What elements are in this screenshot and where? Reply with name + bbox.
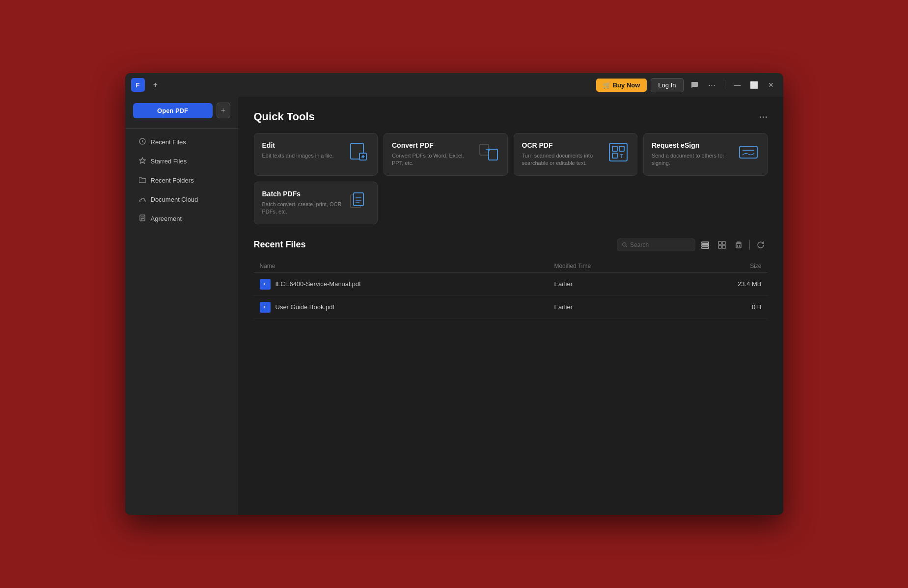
recent-files-header: Recent Files — [254, 238, 768, 252]
app-window: F + 🛒 Buy Now Log In ⋯ — ⬜ ✕ — [125, 73, 783, 515]
svg-rect-28 — [722, 241, 725, 244]
recent-files-title: Recent Files — [254, 240, 306, 250]
search-wrapper[interactable] — [617, 239, 695, 251]
new-tab-button[interactable]: + — [150, 79, 162, 91]
sidebar-item-label: Agreement — [151, 215, 182, 222]
esign-tool-icon — [738, 141, 759, 163]
svg-rect-11 — [612, 146, 617, 151]
sidebar-item-recent-files[interactable]: Recent Files — [129, 133, 234, 151]
ocr-tool-title: OCR PDF — [522, 141, 602, 149]
col-modified-time: Modified Time — [548, 260, 674, 273]
svg-rect-25 — [702, 244, 709, 246]
svg-rect-12 — [619, 146, 624, 151]
quick-tools-more-button[interactable]: ⋯ — [759, 111, 768, 122]
refresh-button[interactable] — [754, 238, 768, 252]
sidebar-item-starred-files[interactable]: Starred Files — [129, 152, 234, 170]
recent-files-icon — [139, 138, 146, 146]
minimize-button[interactable]: — — [731, 79, 744, 91]
table-row[interactable]: F User Guide Book.pdf Earlier 0 B — [254, 295, 768, 319]
svg-rect-24 — [702, 242, 709, 243]
separator — [725, 80, 725, 90]
pdf-file-icon: F — [260, 302, 271, 313]
esign-tool-desc: Send a document to others for signing. — [652, 152, 732, 167]
list-view-button[interactable] — [698, 238, 712, 252]
pdf-file-icon: F — [260, 279, 271, 290]
edit-tool-icon — [348, 141, 369, 163]
svg-line-23 — [626, 246, 627, 247]
file-size: 23.4 MB — [675, 272, 768, 295]
quick-tool-edit[interactable]: Edit Edit texts and images in a file. — [254, 133, 378, 176]
file-modified-time: Earlier — [548, 295, 674, 319]
search-input[interactable] — [630, 241, 689, 248]
grid-view-button[interactable] — [715, 238, 729, 252]
sidebar-item-label: Starred Files — [151, 158, 187, 165]
recent-files-actions — [617, 238, 768, 252]
search-icon — [622, 242, 628, 248]
sidebar-item-agreement[interactable]: Agreement — [129, 210, 234, 228]
svg-marker-1 — [139, 158, 145, 163]
batch-tool-desc: Batch convert, create, print, OCR PDFs, … — [262, 201, 342, 216]
svg-rect-13 — [612, 153, 617, 158]
svg-rect-31 — [736, 243, 741, 248]
agreement-icon — [139, 214, 146, 223]
sidebar: Open PDF + Recent Files — [125, 97, 238, 515]
svg-rect-26 — [702, 247, 709, 248]
sidebar-item-recent-folders[interactable]: Recent Folders — [129, 171, 234, 189]
title-bar: F + 🛒 Buy Now Log In ⋯ — ⬜ ✕ — [125, 73, 783, 97]
sidebar-item-document-cloud[interactable]: Document Cloud — [129, 190, 234, 209]
svg-rect-15 — [740, 146, 757, 158]
batch-tool-icon — [348, 190, 369, 212]
close-button[interactable]: ✕ — [765, 79, 777, 91]
ocr-tool-desc: Turn scanned documents into searchable o… — [522, 152, 602, 167]
sidebar-item-label: Recent Folders — [151, 177, 194, 184]
convert-tool-title: Convert PDF — [392, 141, 472, 149]
svg-rect-27 — [718, 241, 721, 244]
main-content: Open PDF + Recent Files — [125, 97, 783, 515]
more-options-icon[interactable]: ⋯ — [705, 78, 719, 92]
view-separator — [749, 240, 750, 250]
svg-rect-10 — [609, 143, 627, 161]
sidebar-item-label: Document Cloud — [151, 196, 198, 203]
content-area: Quick Tools ⋯ Edit Edit texts and images… — [238, 97, 783, 515]
quick-tool-batch[interactable]: Batch PDFs Batch convert, create, print,… — [254, 182, 378, 224]
edit-tool-title: Edit — [262, 141, 342, 149]
quick-tools-section-title: Quick Tools ⋯ — [254, 110, 768, 123]
esign-tool-title: Request eSign — [652, 141, 732, 149]
files-table: Name Modified Time Size F ILCE6400-Servi… — [254, 260, 768, 319]
convert-tool-icon — [478, 141, 499, 163]
app-logo: F — [131, 78, 145, 92]
trash-button[interactable] — [732, 238, 745, 252]
sidebar-top-actions: Open PDF + — [125, 103, 238, 126]
table-row[interactable]: F ILCE6400-Service-Manual.pdf Earlier 23… — [254, 272, 768, 295]
recent-folders-icon — [139, 176, 146, 185]
svg-rect-18 — [354, 193, 363, 206]
quick-tools-grid: Edit Edit texts and images in a file. — [254, 133, 768, 224]
svg-rect-30 — [722, 245, 725, 248]
quick-tool-convert[interactable]: Convert PDF Convert PDFs to Word, Excel,… — [384, 133, 508, 176]
login-button[interactable]: Log In — [651, 78, 683, 92]
svg-point-22 — [622, 242, 626, 246]
batch-tool-title: Batch PDFs — [262, 190, 342, 198]
new-plus-button[interactable]: + — [217, 103, 230, 118]
chat-icon[interactable] — [688, 78, 701, 92]
file-size: 0 B — [675, 295, 768, 319]
col-size: Size — [675, 260, 768, 273]
svg-rect-9 — [489, 149, 497, 160]
svg-rect-29 — [718, 245, 721, 248]
edit-tool-desc: Edit texts and images in a file. — [262, 152, 342, 160]
open-pdf-button[interactable]: Open PDF — [133, 103, 213, 118]
file-modified-time: Earlier — [548, 272, 674, 295]
file-name-cell: F ILCE6400-Service-Manual.pdf — [254, 272, 549, 295]
buy-now-button[interactable]: 🛒 Buy Now — [596, 79, 647, 92]
quick-tool-esign[interactable]: Request eSign Send a document to others … — [643, 133, 768, 176]
title-bar-actions: 🛒 Buy Now Log In ⋯ — ⬜ ✕ — [596, 78, 777, 92]
svg-text:T: T — [620, 154, 623, 159]
sidebar-divider — [125, 128, 238, 129]
starred-files-icon — [139, 157, 146, 165]
document-cloud-icon — [139, 195, 146, 204]
ocr-tool-icon: T — [607, 141, 629, 163]
file-name-cell: F User Guide Book.pdf — [254, 295, 549, 319]
maximize-button[interactable]: ⬜ — [748, 79, 761, 91]
quick-tool-ocr[interactable]: OCR PDF Turn scanned documents into sear… — [514, 133, 638, 176]
convert-tool-desc: Convert PDFs to Word, Excel, PPT, etc. — [392, 152, 472, 167]
